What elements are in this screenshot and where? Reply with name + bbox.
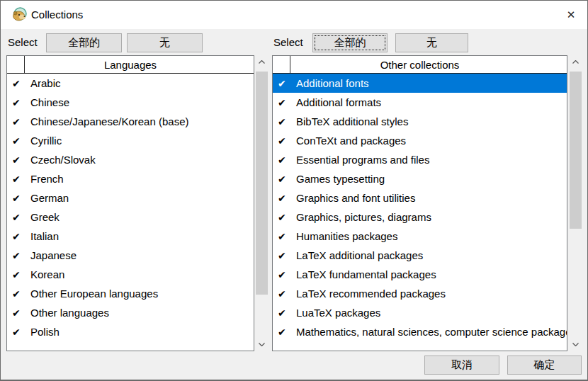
language-list-item[interactable]: ✔ Japanese — [7, 246, 254, 265]
scrollbar-thumb[interactable] — [570, 72, 582, 229]
checkmark-icon: ✔ — [12, 307, 30, 319]
collection-list-item[interactable]: ✔ Games typesetting — [273, 169, 567, 188]
list-item-label: Essential programs and files — [296, 154, 429, 166]
list-item-label: Other languages — [30, 307, 109, 319]
select-all-right-button[interactable]: 全部的 — [312, 33, 388, 52]
list-item-label: Czech/Slovak — [30, 154, 96, 166]
checkmark-icon: ✔ — [12, 231, 30, 242]
collection-list-item[interactable]: ✔ Essential programs and files — [273, 150, 567, 169]
collection-list-item[interactable]: ✔ LaTeX fundamental packages — [273, 265, 567, 284]
checkmark-icon: ✔ — [278, 269, 296, 280]
language-list-item[interactable]: ✔ Polish — [7, 322, 254, 341]
collection-list-item[interactable]: ✔ Additional fonts — [273, 74, 567, 93]
ok-button[interactable]: 确定 — [507, 356, 582, 375]
checkmark-icon: ✔ — [278, 193, 296, 204]
collection-list-item[interactable]: ✔ Graphics, pictures, diagrams — [273, 207, 567, 227]
scrollbar-track[interactable] — [569, 69, 582, 338]
scrollbar-track[interactable] — [255, 69, 268, 338]
other-collections-list[interactable]: Other collections ✔ Additional fonts ✔ A… — [272, 55, 567, 351]
scroll-down-icon[interactable] — [569, 338, 582, 351]
checkmark-icon: ✔ — [278, 116, 296, 127]
select-all-left-button[interactable]: 全部的 — [46, 33, 122, 52]
list-item-label: Games typesetting — [296, 173, 385, 185]
column-divider — [290, 56, 290, 73]
other-collections-list-header: Other collections — [273, 56, 567, 74]
scrollbar-thumb[interactable] — [256, 72, 268, 295]
checkmark-icon: ✔ — [12, 97, 30, 108]
collection-list-item[interactable]: ✔ Additional formats — [273, 93, 567, 112]
checkmark-icon: ✔ — [278, 307, 296, 319]
scroll-up-icon[interactable] — [255, 55, 268, 69]
collection-list-item[interactable]: ✔ Mathematics, natural sciences, compute… — [273, 322, 567, 341]
list-item-label: LaTeX additional packages — [296, 249, 423, 261]
list-item-label: ConTeXt and packages — [296, 135, 406, 147]
select-label-right: Select — [273, 36, 303, 48]
checkmark-icon: ✔ — [12, 288, 30, 300]
checkmark-icon: ✔ — [12, 135, 30, 147]
language-list-item[interactable]: ✔ Arabic — [7, 74, 254, 93]
list-item-label: Chinese — [30, 96, 69, 108]
checkmark-icon: ✔ — [12, 116, 30, 127]
titlebar: Collections ✕ — [1, 1, 587, 29]
list-item-label: Graphics and font utilities — [296, 192, 415, 204]
checkmark-icon: ✔ — [12, 250, 30, 261]
checkmark-icon: ✔ — [12, 154, 30, 166]
scroll-up-icon[interactable] — [569, 55, 582, 69]
other-collections-header-label: Other collections — [380, 59, 460, 71]
language-list-item[interactable]: ✔ Italian — [7, 227, 254, 246]
collection-list-item[interactable]: ✔ BibTeX additional styles — [273, 112, 567, 131]
list-item-label: Arabic — [30, 77, 61, 89]
collection-list-item[interactable]: ✔ LaTeX recommended packages — [273, 284, 567, 303]
other-collections-rows: ✔ Additional fonts ✔ Additional formats … — [273, 74, 567, 341]
list-item-label: Additional formats — [296, 96, 381, 108]
checkmark-icon: ✔ — [278, 78, 296, 89]
list-item-label: Mathematics, natural sciences, computer … — [296, 326, 567, 338]
other-collections-scrollbar[interactable] — [569, 55, 582, 351]
collection-list-item[interactable]: ✔ Humanities packages — [273, 227, 567, 246]
checkmark-icon: ✔ — [12, 78, 30, 89]
language-list-item[interactable]: ✔ Chinese — [7, 93, 254, 112]
select-none-right-button[interactable]: 无 — [395, 33, 468, 52]
list-item-label: LaTeX fundamental packages — [296, 268, 436, 280]
close-icon[interactable]: ✕ — [555, 1, 587, 29]
language-list-item[interactable]: ✔ Other languages — [7, 303, 254, 322]
checkmark-icon: ✔ — [12, 326, 30, 338]
language-list-item[interactable]: ✔ French — [7, 169, 254, 188]
languages-list-header: Languages — [7, 56, 254, 74]
cancel-button[interactable]: 取消 — [424, 356, 499, 375]
list-item-label: Japanese — [30, 249, 77, 261]
checkmark-icon: ✔ — [278, 154, 296, 166]
language-list-item[interactable]: ✔ Czech/Slovak — [7, 150, 254, 169]
list-item-label: French — [30, 173, 64, 185]
collections-dialog: Collections ✕ Select 全部的 无 Select 全部的 无 … — [0, 0, 588, 381]
list-item-label: Humanities packages — [296, 230, 397, 242]
language-list-item[interactable]: ✔ Cyrillic — [7, 131, 254, 150]
checkmark-icon: ✔ — [278, 97, 296, 108]
list-item-label: LaTeX recommended packages — [296, 288, 446, 300]
language-list-item[interactable]: ✔ German — [7, 188, 254, 207]
language-list-item[interactable]: ✔ Korean — [7, 265, 254, 284]
checkmark-icon: ✔ — [278, 135, 296, 147]
collection-list-item[interactable]: ✔ Graphics and font utilities — [273, 188, 567, 207]
language-list-item[interactable]: ✔ Chinese/Japanese/Korean (base) — [7, 112, 254, 131]
list-item-label: Graphics, pictures, diagrams — [296, 211, 431, 223]
languages-rows: ✔ Arabic ✔ Chinese ✔ Chinese/Japanese/Ko… — [7, 74, 254, 341]
languages-list[interactable]: Languages ✔ Arabic ✔ Chinese ✔ Chinese/J… — [6, 55, 254, 351]
select-none-left-button[interactable]: 无 — [127, 33, 203, 52]
texlive-lion-icon — [12, 7, 27, 22]
select-label-left: Select — [8, 36, 38, 48]
language-list-item[interactable]: ✔ Greek — [7, 207, 254, 227]
list-item-label: Korean — [30, 268, 64, 280]
collection-list-item[interactable]: ✔ LaTeX additional packages — [273, 246, 567, 265]
collection-list-item[interactable]: ✔ ConTeXt and packages — [273, 131, 567, 150]
checkmark-icon: ✔ — [278, 174, 296, 185]
scroll-down-icon[interactable] — [255, 338, 268, 351]
languages-scrollbar[interactable] — [255, 55, 268, 351]
list-item-label: LuaTeX packages — [296, 307, 380, 319]
list-item-label: Italian — [30, 230, 59, 242]
checkmark-icon: ✔ — [12, 193, 30, 204]
collection-list-item[interactable]: ✔ LuaTeX packages — [273, 303, 567, 322]
checkmark-icon: ✔ — [278, 250, 296, 261]
checkmark-icon: ✔ — [278, 288, 296, 300]
language-list-item[interactable]: ✔ Other European languages — [7, 284, 254, 303]
